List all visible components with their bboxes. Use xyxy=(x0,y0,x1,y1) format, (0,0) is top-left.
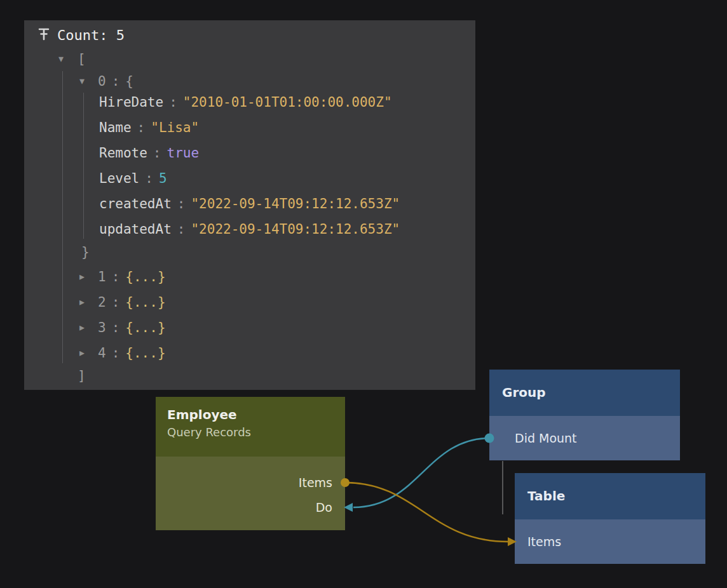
field-value: 5 xyxy=(159,171,167,186)
chevron-down-icon[interactable]: ▾ xyxy=(53,46,69,72)
node-table-header[interactable]: Table xyxy=(515,473,705,519)
tree-guide-line xyxy=(62,71,63,363)
tree-guide-line xyxy=(83,93,84,239)
field-value: "2022-09-14T09:12:12.653Z" xyxy=(191,196,400,211)
edge-items-to-items[interactable] xyxy=(345,483,508,542)
node-employee-title: Employee xyxy=(167,407,334,422)
tree-root-open: [ xyxy=(78,46,86,72)
tree-item-3[interactable]: 3:{...} xyxy=(98,315,166,340)
tree-field-updatedat: updatedAt:"2022-09-14T09:12:12.653Z" xyxy=(99,217,400,242)
field-value: true xyxy=(167,145,200,161)
tree-field-remote: Remote:true xyxy=(99,140,199,166)
edge-didmount-arrowhead-icon xyxy=(344,503,353,512)
node-group-header[interactable]: Group xyxy=(489,370,680,416)
tree-field-createdat: createdAt:"2022-09-14T09:12:12.653Z" xyxy=(99,191,400,217)
port-do-label: Do xyxy=(316,495,332,520)
tree-root-close: ] xyxy=(78,363,86,389)
node-employee-body: Items Do xyxy=(156,457,345,530)
chevron-right-icon[interactable]: ▸ xyxy=(74,290,90,315)
edge-didmount-to-do[interactable] xyxy=(353,438,489,507)
field-value: "2022-09-14T09:12:12.653Z" xyxy=(191,222,400,237)
field-value: "Lisa" xyxy=(151,120,199,135)
chevron-right-icon[interactable]: ▸ xyxy=(74,264,90,290)
chevron-down-icon[interactable]: ▾ xyxy=(74,69,90,94)
node-group[interactable]: Group Did Mount xyxy=(489,370,680,460)
tree-item-0-close: } xyxy=(81,239,90,265)
node-table[interactable]: Table Items xyxy=(515,473,705,564)
inspector-panel: Count: 5 ▾ [ ▾ 0:{ HireDate:"2010-01-01T… xyxy=(24,20,475,390)
field-value: "2010-01-01T01:00:00.000Z" xyxy=(183,95,392,110)
chevron-right-icon[interactable]: ▸ xyxy=(74,340,90,366)
tree-field-level: Level:5 xyxy=(99,166,167,191)
node-employee[interactable]: Employee Query Records Items Do xyxy=(156,397,345,530)
inspector-header: Count: 5 xyxy=(24,20,475,51)
pin-icon[interactable] xyxy=(37,27,51,42)
node-table-row-items[interactable]: Items xyxy=(515,519,705,564)
canvas: Count: 5 ▾ [ ▾ 0:{ HireDate:"2010-01-01T… xyxy=(0,0,727,588)
tree-field-hiredate: HireDate:"2010-01-01T01:00:00.000Z" xyxy=(99,90,392,115)
port-items-label: Items xyxy=(299,470,332,495)
chevron-right-icon[interactable]: ▸ xyxy=(74,315,90,340)
tree-item-2[interactable]: 2:{...} xyxy=(98,290,166,315)
tree-field-name: Name:"Lisa" xyxy=(99,115,199,140)
tree-item-1[interactable]: 1:{...} xyxy=(98,264,166,290)
node-employee-subtitle: Query Records xyxy=(167,425,334,439)
node-employee-header[interactable]: Employee Query Records xyxy=(156,397,345,457)
tree-item-4[interactable]: 4:{...} xyxy=(98,340,166,366)
node-group-row-didmount[interactable]: Did Mount xyxy=(489,416,680,460)
count-label: Count: 5 xyxy=(57,23,125,48)
